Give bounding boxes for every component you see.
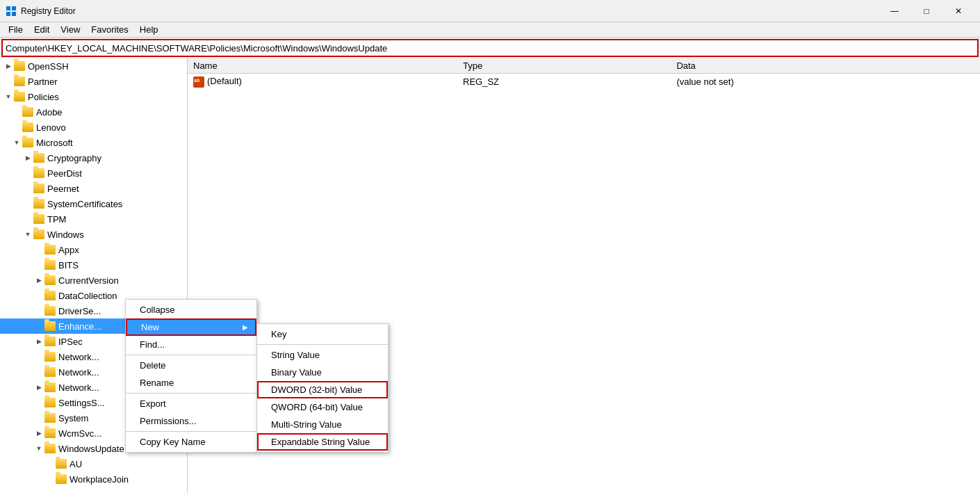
folder-icon-openssh	[14, 61, 25, 71]
menu-bar: File Edit View Favorites Help	[0, 22, 980, 38]
expand-arrow-currentversion: ▶	[33, 275, 44, 286]
folder-icon-network3	[44, 382, 56, 392]
expand-arrow-tpm	[22, 213, 33, 225]
context-item-delete[interactable]: Delete	[126, 357, 256, 374]
tree-label-appx: Appx	[58, 245, 79, 255]
context-divider-2	[126, 393, 256, 394]
col-header-type: Type	[457, 58, 671, 74]
folder-icon-network2	[44, 367, 56, 377]
submenu-item-dword[interactable]: DWORD (32-bit) Value	[257, 381, 388, 398]
submenu-item-expandable[interactable]: Expandable String Value	[257, 433, 388, 451]
svg-rect-1	[12, 6, 16, 10]
tree-node-systemcerts[interactable]: SystemCertificates	[0, 196, 187, 211]
tree-label-datacollection: DataCollection	[58, 291, 117, 301]
expand-arrow-openssh: ▶	[3, 60, 14, 72]
folder-icon-wcmsvc	[44, 428, 56, 438]
context-item-rename[interactable]: Rename	[126, 374, 256, 391]
table-cell-name: (Default)	[188, 74, 457, 90]
tree-node-microsoft[interactable]: ▼ Microsoft	[0, 135, 187, 150]
expand-arrow-policies: ▼	[3, 91, 14, 102]
expand-arrow-driverset	[33, 305, 44, 316]
expand-arrow-windows: ▼	[22, 229, 33, 240]
address-input[interactable]	[6, 43, 974, 54]
address-bar	[1, 39, 979, 57]
tree-node-openssh[interactable]: ▶ OpenSSH	[0, 58, 187, 74]
folder-icon-appx	[44, 245, 56, 254]
submenu-item-stringvalue[interactable]: String Value	[257, 346, 388, 364]
tree-label-settings: SettingsS...	[58, 398, 104, 408]
tree-node-bits[interactable]: BITS	[0, 257, 187, 273]
submenu-divider-1	[257, 344, 388, 345]
svg-rect-0	[6, 6, 10, 10]
tree-node-peernet[interactable]: Peernet	[0, 181, 187, 196]
folder-icon-peerdist	[33, 168, 44, 178]
menu-edit[interactable]: Edit	[28, 23, 55, 36]
menu-help[interactable]: Help	[134, 23, 164, 36]
data-table: Name Type Data (Default) REG_SZ (value n…	[188, 58, 980, 90]
folder-icon-au	[56, 459, 67, 469]
expand-arrow-bits	[33, 259, 44, 270]
folder-icon-ipsec	[44, 337, 56, 346]
expand-arrow-wcmsvc: ▶	[33, 428, 44, 439]
tree-label-enhance: Enhance...	[58, 321, 101, 332]
tree-label-policies: Policies	[28, 92, 59, 102]
tree-label-system: System	[58, 413, 88, 423]
table-row[interactable]: (Default) REG_SZ (value not set)	[188, 74, 980, 90]
folder-icon-systemcerts	[33, 199, 44, 209]
tree-node-partner[interactable]: Partner	[0, 74, 187, 89]
tree-label-partner: Partner	[28, 76, 58, 87]
tree-label-peernet: Peernet	[47, 184, 79, 194]
submenu-item-multistring[interactable]: Multi-String Value	[257, 416, 388, 433]
expand-arrow-peerdist	[22, 168, 33, 179]
folder-icon-settings	[44, 398, 56, 407]
tree-node-lenovo[interactable]: Lenovo	[0, 120, 187, 135]
expand-arrow-windowsupdate: ▼	[33, 443, 44, 454]
expand-arrow-workplacejoin	[44, 474, 56, 485]
submenu: Key String Value Binary Value DWORD (32-…	[256, 323, 389, 453]
tree-label-windowsupdate: WindowsUpdate	[58, 444, 124, 454]
context-item-permissions[interactable]: Permissions...	[126, 412, 256, 430]
folder-icon-tpm	[33, 214, 44, 224]
reg-sz-icon	[193, 76, 204, 88]
expand-arrow-appx	[33, 244, 44, 255]
context-item-find[interactable]: Find...	[126, 336, 256, 353]
tree-node-workplacejoin[interactable]: WorkplaceJoin	[0, 471, 187, 487]
submenu-item-qword[interactable]: QWORD (64-bit) Value	[257, 398, 388, 416]
folder-icon-network1	[44, 352, 56, 362]
folder-icon-windows	[33, 229, 44, 239]
tree-node-windows[interactable]: ▼ Windows	[0, 227, 187, 242]
context-item-copykeyname[interactable]: Copy Key Name	[126, 433, 256, 451]
context-item-export[interactable]: Export	[126, 395, 256, 412]
maximize-button[interactable]: □	[910, 0, 942, 22]
expand-arrow-cryptography: ▶	[22, 152, 33, 163]
folder-icon-policies	[14, 92, 25, 102]
folder-icon-windowsupdate	[44, 444, 56, 453]
tree-node-appx[interactable]: Appx	[0, 242, 187, 257]
tree-node-adobe[interactable]: Adobe	[0, 104, 187, 120]
tree-node-currentversion[interactable]: ▶ CurrentVersion	[0, 273, 187, 288]
tree-label-wcmsvc: WcmSvc...	[58, 428, 101, 439]
context-item-collapse[interactable]: Collapse	[126, 301, 256, 318]
expand-arrow-enhance	[33, 321, 44, 332]
tree-node-cryptography[interactable]: ▶ Cryptography	[0, 150, 187, 165]
tree-label-windows: Windows	[47, 229, 84, 240]
table-cell-type: REG_SZ	[457, 74, 671, 90]
menu-view[interactable]: View	[55, 23, 85, 36]
context-item-new[interactable]: New ▶	[126, 318, 256, 336]
tree-node-au[interactable]: AU	[0, 456, 187, 471]
folder-icon-lenovo	[22, 122, 33, 132]
submenu-item-binaryvalue[interactable]: Binary Value	[257, 364, 388, 381]
menu-favorites[interactable]: Favorites	[85, 23, 133, 36]
tree-node-policies[interactable]: ▼ Policies	[0, 89, 187, 104]
close-button[interactable]: ✕	[942, 0, 974, 22]
submenu-item-key[interactable]: Key	[257, 325, 388, 343]
tree-label-workplacejoin: WorkplaceJoin	[70, 474, 129, 485]
submenu-arrow-icon: ▶	[243, 323, 248, 331]
menu-file[interactable]: File	[3, 23, 28, 36]
folder-icon-adobe	[22, 107, 33, 117]
tree-label-network3: Network...	[58, 382, 99, 393]
minimize-button[interactable]: —	[879, 0, 910, 22]
tree-node-tpm[interactable]: TPM	[0, 211, 187, 227]
expand-arrow-system	[33, 412, 44, 423]
tree-node-peerdist[interactable]: PeerDist	[0, 165, 187, 181]
